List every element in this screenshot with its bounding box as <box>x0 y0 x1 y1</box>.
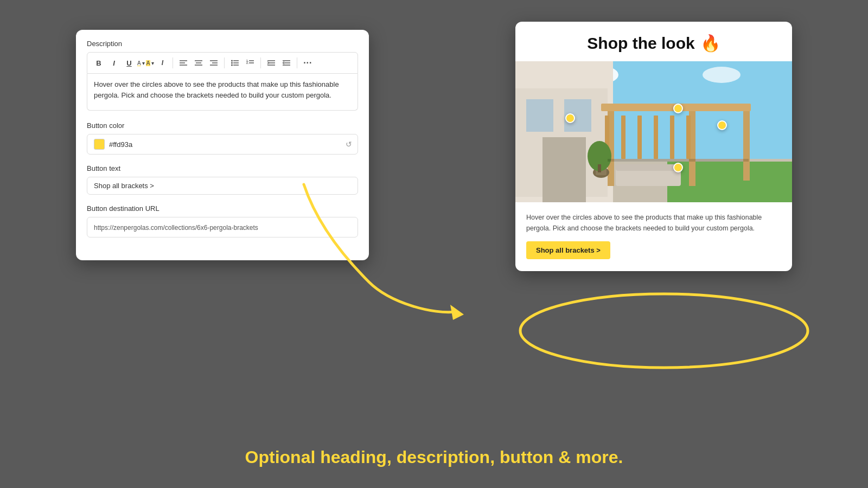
svg-rect-42 <box>621 115 626 159</box>
preview-card: Shop the look 🔥 <box>515 22 792 271</box>
hotspot-4[interactable] <box>673 163 683 172</box>
toolbar-separator-3 <box>260 57 261 68</box>
hotspot-1[interactable] <box>565 113 575 123</box>
button-color-label: Button color <box>87 121 358 130</box>
svg-point-13 <box>231 65 233 66</box>
button-url-row: Button destination URL <box>87 204 358 237</box>
more-options-button[interactable]: ··· <box>301 56 315 70</box>
italic-button[interactable]: I <box>107 56 121 70</box>
svg-rect-39 <box>743 110 750 181</box>
color-input-wrap[interactable]: ↺ <box>87 134 358 155</box>
button-text-row: Button text <box>87 164 358 195</box>
svg-rect-43 <box>637 115 642 159</box>
bold-button[interactable]: B <box>92 56 106 70</box>
toolbar-separator-2 <box>224 57 225 68</box>
svg-point-54 <box>520 294 808 368</box>
svg-rect-52 <box>598 164 601 172</box>
editor-card: Description B I U A▾ A▾ I 1.2. <box>76 30 369 260</box>
indent-more-button[interactable] <box>264 56 278 70</box>
preview-body: Hover over the circles above to see the … <box>515 202 792 271</box>
svg-point-29 <box>703 67 741 83</box>
reset-icon[interactable]: ↺ <box>346 140 352 149</box>
button-text-input-wrap[interactable] <box>87 177 358 195</box>
svg-text:2.: 2. <box>246 61 249 65</box>
toolbar-separator-4 <box>297 57 297 68</box>
circle-highlight <box>512 287 816 374</box>
button-url-label: Button destination URL <box>87 204 358 213</box>
indent-less-button[interactable] <box>279 56 293 70</box>
highlight-dropdown[interactable]: A▾ <box>146 60 155 66</box>
svg-marker-25 <box>450 305 464 320</box>
align-center-button[interactable] <box>192 56 206 70</box>
svg-rect-45 <box>670 115 674 159</box>
pergola-scene <box>515 61 792 202</box>
svg-rect-35 <box>542 137 586 202</box>
form-section: Button color ↺ Button text Button destin… <box>87 121 358 237</box>
align-right-button[interactable] <box>207 56 221 70</box>
button-color-row: Button color ↺ <box>87 121 358 155</box>
color-swatch[interactable] <box>94 139 105 150</box>
toolbar-separator-1 <box>173 57 173 68</box>
hotspot-2[interactable] <box>673 104 683 113</box>
bullet-list-button[interactable] <box>228 56 242 70</box>
underline-button[interactable]: U <box>122 56 136 70</box>
svg-rect-36 <box>667 162 792 202</box>
description-textarea[interactable]: Hover over the circles above to see the … <box>87 74 358 111</box>
svg-rect-53 <box>608 159 749 162</box>
svg-rect-46 <box>686 115 691 159</box>
text-color-dropdown[interactable]: A▾ <box>137 60 145 66</box>
svg-point-9 <box>231 60 233 62</box>
svg-point-11 <box>231 62 233 64</box>
button-text-label: Button text <box>87 164 358 172</box>
ordered-list-button[interactable]: 1.2. <box>243 56 257 70</box>
svg-rect-48 <box>616 164 681 171</box>
preview-title: Shop the look 🔥 <box>526 34 781 53</box>
preview-title-text: Shop the look <box>587 34 694 53</box>
fire-emoji: 🔥 <box>700 34 720 53</box>
preview-description: Hover over the circles above to see the … <box>526 212 781 234</box>
rich-text-toolbar: B I U A▾ A▾ I 1.2. <box>87 52 358 74</box>
description-content: Hover over the circles above to see the … <box>94 80 339 99</box>
svg-rect-33 <box>526 99 553 132</box>
preview-header: Shop the look 🔥 <box>515 22 792 61</box>
url-input[interactable] <box>94 224 351 232</box>
svg-rect-44 <box>654 115 658 159</box>
preview-button[interactable]: Shop all brackets > <box>526 241 610 259</box>
strikethrough-button[interactable]: I <box>155 56 169 70</box>
description-label: Description <box>87 40 358 48</box>
button-text-input[interactable] <box>94 182 351 190</box>
align-left-button[interactable] <box>176 56 190 70</box>
color-hex-input[interactable] <box>109 140 351 149</box>
bottom-heading: Optional heading, description, button & … <box>0 447 868 467</box>
preview-image-wrap <box>515 61 792 202</box>
url-input-wrap[interactable] <box>87 217 358 237</box>
